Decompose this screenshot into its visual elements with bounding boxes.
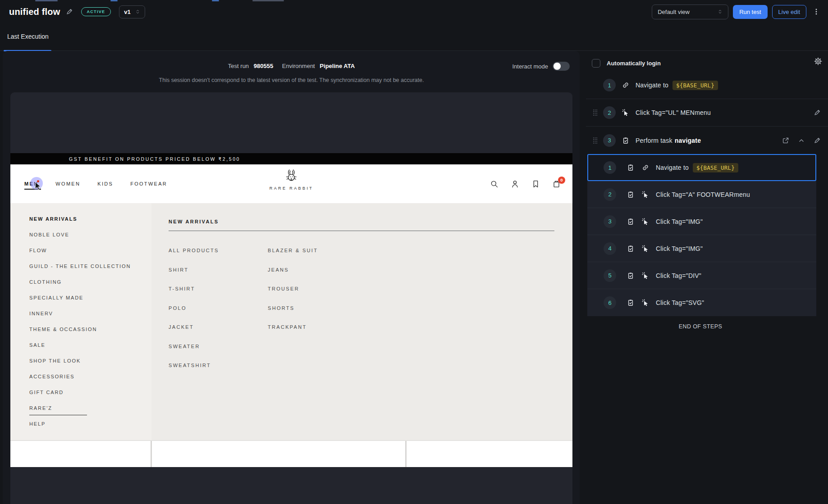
- sidebar-item-specially-made[interactable]: SPECIALLY MADE: [29, 295, 151, 311]
- site-nav: MENWOMENKIDSFOOTWEAR: [24, 164, 167, 203]
- site-nav-kids[interactable]: KIDS: [97, 181, 113, 186]
- interact-mode: Interact mode: [512, 62, 570, 71]
- sidebar-item-clothing[interactable]: CLOTHING: [29, 279, 151, 295]
- mega-menu-column-2: BLAZER & SUITJEANSTROUSERSHORTSTRACKPANT: [268, 248, 318, 382]
- task-substep-row-2[interactable]: 2Click Tag="A" FOOTWEARmenu: [587, 181, 816, 208]
- drag-handle-icon[interactable]: [592, 137, 598, 144]
- click-icon: [642, 218, 649, 225]
- substep-text: Click Tag="IMG": [656, 218, 703, 225]
- step-row-3[interactable]: 3Perform tasknavigate: [586, 127, 828, 154]
- sidebar-item-noble-love[interactable]: NOBLE LOVE: [29, 232, 151, 248]
- sidebar-item-new-arrivals[interactable]: NEW ARRIVALS: [29, 216, 151, 232]
- menu-link-trouser[interactable]: TROUSER: [268, 286, 318, 305]
- click-icon: [642, 299, 649, 306]
- collapse-icon[interactable]: [798, 137, 805, 144]
- sidebar-item-label: GIFT CARD: [29, 390, 64, 395]
- substep-text-label: Click Tag="A" FOOTWEARmenu: [656, 191, 750, 198]
- menu-link-label: SWEATER: [169, 344, 200, 349]
- task-substep-row-5[interactable]: 5Click Tag="DIV": [587, 262, 816, 289]
- sidebar-item-flow[interactable]: FLOW: [29, 248, 151, 263]
- sidebar-item-accessories[interactable]: ACCESSORIES: [29, 374, 151, 390]
- menu-link-all-products[interactable]: ALL PRODUCTS: [169, 248, 268, 267]
- site-nav-women[interactable]: WOMEN: [55, 181, 80, 186]
- sidebar-item-guild-the-elite-collection[interactable]: GUILD - THE ELITE COLLECTION: [29, 263, 151, 279]
- auto-login-checkbox[interactable]: [592, 59, 600, 68]
- menu-link-t-shirt[interactable]: T-SHIRT: [169, 286, 268, 305]
- variable-chip: ${BASE_URL}: [693, 163, 738, 173]
- search-icon[interactable]: [490, 180, 499, 188]
- view-select[interactable]: Default view: [652, 5, 728, 19]
- step-row-1[interactable]: 1Navigate to${BASE_URL}: [586, 72, 828, 99]
- site-nav-footwear[interactable]: FOOTWEAR: [130, 181, 167, 186]
- sidebar-item-label: CLOTHING: [29, 279, 62, 285]
- promo-banner-text: GST BENEFIT ON PRODUCTS PRICED BELOW ₹2,…: [58, 156, 252, 162]
- substep-text: Click Tag="IMG": [656, 245, 703, 252]
- task-icon: [627, 191, 634, 198]
- wishlist-icon[interactable]: [531, 180, 540, 188]
- task-icon: [627, 299, 634, 306]
- site-header: MENWOMENKIDSFOOTWEAR RARE RABBIT 0: [10, 164, 572, 203]
- menu-link-shirt[interactable]: SHIRT: [169, 267, 268, 286]
- step-text-label: Click Tag="UL" MENmenu: [636, 109, 711, 116]
- task-icon: [627, 245, 634, 252]
- sidebar-item-label: SHOP THE LOOK: [29, 358, 81, 363]
- settings-gear-icon[interactable]: [814, 57, 822, 65]
- drag-handle-icon[interactable]: [592, 109, 598, 116]
- account-icon[interactable]: [511, 180, 519, 188]
- menu-link-label: SHORTS: [268, 305, 294, 311]
- sidebar-item-label: SALE: [29, 342, 46, 348]
- edit-step-icon[interactable]: [814, 109, 821, 116]
- site-logo[interactable]: RARE RABBIT: [270, 168, 313, 191]
- menu-link-trackpant[interactable]: TRACKPANT: [268, 324, 318, 344]
- sync-warning: This session doesn't correspond to the l…: [10, 77, 572, 83]
- sidebar-item-theme-occassion[interactable]: THEME & OCCASSION: [29, 327, 151, 342]
- task-substep-row-1[interactable]: 1Navigate to${BASE_URL}: [587, 154, 816, 181]
- task-icon: [627, 218, 634, 225]
- sidebar-item-innerv[interactable]: INNERV: [29, 311, 151, 327]
- task-substep-list: 1Navigate to${BASE_URL}2Click Tag="A" FO…: [587, 154, 816, 316]
- steps-panel: Automatically login 1Navigate to${BASE_U…: [586, 51, 828, 504]
- live-edit-button[interactable]: Live edit: [772, 5, 806, 19]
- edit-title-icon[interactable]: [66, 8, 73, 15]
- mega-menu-heading: NEW ARRIVALS: [169, 219, 554, 224]
- menu-link-blazer-suit[interactable]: BLAZER & SUIT: [268, 248, 318, 267]
- sidebar-item-help[interactable]: HELP: [29, 421, 151, 437]
- auto-login-label: Automatically login: [607, 60, 661, 67]
- site-nav-men[interactable]: MEN: [24, 181, 38, 186]
- sidebar-item-rare-z[interactable]: RARE'Z: [29, 405, 151, 421]
- version-select[interactable]: v1: [119, 5, 145, 18]
- menu-link-polo[interactable]: POLO: [169, 305, 268, 325]
- step-row-2[interactable]: 2Click Tag="UL" MENmenu: [586, 99, 828, 127]
- cart-button[interactable]: 0: [552, 180, 561, 188]
- menu-link-label: SHIRT: [169, 267, 188, 272]
- run-test-button[interactable]: Run test: [733, 5, 767, 19]
- cart-count-badge: 0: [558, 177, 565, 184]
- open-task-icon[interactable]: [782, 137, 789, 144]
- more-menu-icon[interactable]: [813, 8, 820, 15]
- chevron-updown-icon: [718, 9, 723, 15]
- mouse-cursor-icon: [35, 182, 42, 190]
- menu-link-shorts[interactable]: SHORTS: [268, 305, 318, 325]
- task-substep-row-6[interactable]: 6Click Tag="SVG": [587, 289, 816, 316]
- site-promo-banner: GST BENEFIT ON PRODUCTS PRICED BELOW ₹2,…: [10, 153, 572, 164]
- interact-mode-toggle[interactable]: [553, 62, 570, 71]
- main-step-list: 1Navigate to${BASE_URL}2Click Tag="UL" M…: [586, 72, 828, 154]
- sidebar-item-gift-card[interactable]: GIFT CARD: [29, 390, 151, 405]
- task-substep-row-3[interactable]: 3Click Tag="IMG": [587, 208, 816, 235]
- step-actions: [814, 109, 821, 116]
- menu-link-label: POLO: [169, 305, 187, 311]
- menu-link-sweater[interactable]: SWEATER: [169, 344, 268, 363]
- brand-name: RARE RABBIT: [270, 186, 313, 191]
- task-substep-row-4[interactable]: 4Click Tag="IMG": [587, 235, 816, 262]
- menu-link-sweatshirt[interactable]: SWEATSHIRT: [169, 363, 268, 382]
- menu-link-jacket[interactable]: JACKET: [169, 324, 268, 344]
- edit-step-icon[interactable]: [814, 137, 821, 144]
- sidebar-item-shop-the-look[interactable]: SHOP THE LOOK: [29, 358, 151, 374]
- sidebar-item-sale[interactable]: SALE: [29, 342, 151, 358]
- substep-text-label: Click Tag="IMG": [656, 245, 703, 252]
- substep-text-label: Navigate to: [656, 164, 689, 171]
- menu-link-jeans[interactable]: JEANS: [268, 267, 318, 286]
- rabbit-logo-icon: [282, 168, 300, 185]
- tab-last-execution[interactable]: Last Execution: [6, 33, 50, 50]
- browser-screenshot: GST BENEFIT ON PRODUCTS PRICED BELOW ₹2,…: [10, 92, 572, 504]
